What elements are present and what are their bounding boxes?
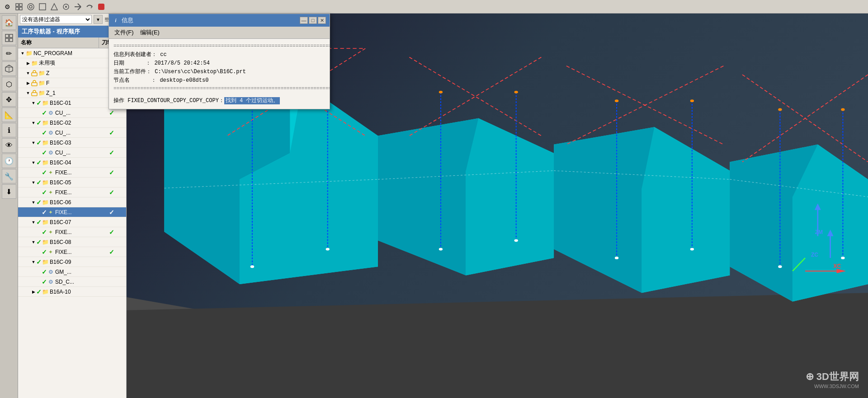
expand-B16C06[interactable]: ▼ (31, 200, 36, 205)
CU2-label: CU_... (54, 130, 98, 136)
left-sidebar: 🏠 ✏ ⬡ ✥ 📐 ℹ 👁 🕐 🔧 ⬇ (0, 14, 18, 398)
workpart-value: C:\Users\cc\Desktop\B16C.prt (155, 69, 246, 75)
block2-front (466, 118, 554, 276)
sidebar-btn-info[interactable]: ℹ (2, 123, 16, 137)
dialog-close-btn[interactable]: ✕ (318, 17, 326, 24)
expand-B16C02[interactable]: ▼ (31, 120, 36, 126)
toolbar-icon-8[interactable] (84, 1, 95, 12)
XC-label: XC (833, 263, 841, 269)
cut-dot-1 (250, 265, 254, 268)
tree-item-B16C05[interactable]: ▼ ✓ 📁 B16C-05 (18, 178, 126, 187)
check-B16C09: ✓ (36, 258, 42, 266)
check-B16C05: ✓ (36, 179, 42, 186)
check-B16C04: ✓ (36, 159, 42, 166)
FIXE2-op-icon: ✦ (47, 189, 54, 196)
expand-B16C08[interactable]: ▼ (31, 239, 36, 245)
toolbar-icon-5[interactable] (49, 1, 60, 12)
filter-dropdown-btn[interactable]: ▼ (94, 15, 103, 24)
tree-item-B16C03[interactable]: ▼ ✓ 📁 B16C-03 (18, 138, 126, 148)
sidebar-btn-nav[interactable] (2, 31, 16, 45)
sidebar-btn-home[interactable]: 🏠 (2, 15, 16, 30)
tree-item-FIXE5[interactable]: ✓ ✦ FIXE... ✓ (18, 247, 126, 257)
toolbar-icon-1[interactable]: ⚙ (2, 1, 13, 12)
expand-unused[interactable]: ▶ (25, 61, 31, 66)
tree-item-SDC1[interactable]: ✓ ⚙ SD_C... (18, 277, 126, 287)
tree-item-CU3[interactable]: ✓ ⚙ CU_... ✓ (18, 148, 126, 158)
creator-line: 信息列表创建者： cc (113, 51, 325, 59)
block3-front (642, 127, 730, 293)
check2-CU1: ✓ (98, 109, 125, 117)
dialog-minimize-btn[interactable]: — (300, 17, 308, 24)
CU3-label: CU_... (54, 150, 98, 156)
watermark: ⊕ 3D世界网 WWW.3DSJW.COM (806, 370, 859, 389)
expand-B16C01[interactable]: ▼ (31, 100, 36, 106)
operation-line: 操作 FIXED_CONTOUR_COPY_COPY_COPY：找到 4 个过切… (113, 97, 325, 105)
dialog-info-icon: i (113, 17, 119, 23)
toolbar-icon-6[interactable] (61, 1, 71, 12)
dialog-menu-file[interactable]: 文件(F) (112, 28, 137, 37)
expand-B16C07[interactable]: ▼ (31, 220, 36, 225)
tree-item-B16C08[interactable]: ▼ ✓ 📁 B16C-08 (18, 237, 126, 247)
check-B16C02: ✓ (36, 119, 42, 126)
expand-B16C03[interactable]: ▼ (31, 140, 36, 145)
block2-left (378, 118, 478, 276)
dialog-titlebar: i 信息 — □ ✕ (109, 14, 330, 27)
expand-Z1[interactable]: ▼ (25, 90, 31, 96)
sidebar-btn-view[interactable]: 👁 (2, 138, 16, 153)
expand-root[interactable]: ▼ (20, 51, 25, 56)
tree-item-B16A10[interactable]: ▶ ✓ 📁 B16A-10 (18, 287, 126, 297)
svg-rect-19 (9, 38, 13, 42)
toolbar-icon-9[interactable] (96, 1, 107, 12)
tree-item-GM1[interactable]: ✓ ⚙ GM_... (18, 267, 126, 277)
expand-B16C05[interactable]: ▼ (31, 180, 36, 185)
workpart-line: 当前工作部件： C:\Users\cc\Desktop\B16C.prt (113, 68, 325, 76)
tree-item-B16C04[interactable]: ▼ ✓ 📁 B16C-04 (18, 158, 126, 168)
toolbar-icon-2[interactable] (14, 1, 24, 12)
toolbar-icon-7[interactable] (72, 1, 83, 12)
expand-B16A10[interactable]: ▶ (31, 289, 36, 295)
sidebar-btn-bottom[interactable]: ⬇ (2, 184, 16, 199)
check2-CU2: ✓ (98, 129, 125, 136)
filter-select[interactable]: 没有选择过滤器 (20, 15, 92, 24)
sidebar-btn-3d[interactable] (2, 61, 16, 76)
svg-point-5 (29, 5, 32, 8)
tree-item-FIXE3[interactable]: ✓ ✦ FIXE... ✓ (18, 207, 126, 217)
expand-B16C09[interactable]: ▼ (31, 259, 36, 265)
ZC-label: ZC (811, 252, 818, 258)
tree-item-CU1[interactable]: ✓ ⚙ CU_... ✓ (18, 108, 126, 118)
sidebar-btn-clock[interactable]: 🕐 (2, 154, 16, 168)
tree-item-FIXE4[interactable]: ✓ ✦ FIXE... ✓ (18, 227, 126, 237)
cut-dot-4 (514, 239, 518, 242)
check2-CU3: ✓ (98, 149, 125, 156)
tree-item-B16C07[interactable]: ▼ ✓ 📁 B16C-07 (18, 217, 126, 227)
tree-item-B16C06[interactable]: ▼ ✓ 📁 B16C-06 (18, 197, 126, 207)
dialog-menu-edit[interactable]: 编辑(E) (137, 28, 162, 37)
expand-Z[interactable]: ▼ (25, 70, 31, 76)
B16C04-folder-icon: 📁 (42, 159, 49, 166)
dialog-maximize-btn[interactable]: □ (309, 17, 317, 24)
tree-item-FIXE2[interactable]: ✓ ✦ FIXE... ✓ (18, 187, 126, 197)
svg-rect-1 (19, 4, 22, 6)
F-folder-icon: 📁 (38, 80, 45, 87)
expand-B16C04[interactable]: ▼ (31, 160, 36, 165)
unused-label: 未用项 (38, 59, 98, 67)
tree-item-B16C02[interactable]: ▼ ✓ 📁 B16C-02 (18, 118, 126, 128)
watermark-url: WWW.3DSJW.COM (806, 384, 859, 389)
sidebar-btn-measure[interactable]: 📐 (2, 108, 16, 122)
tree-item-CU2[interactable]: ✓ ⚙ CU_... ✓ (18, 128, 126, 138)
CU1-op-icon: ⚙ (47, 109, 54, 117)
sidebar-btn-edit[interactable]: ✏ (2, 46, 16, 61)
sidebar-btn-tool[interactable]: 🔧 (2, 169, 16, 183)
check-B16C03: ✓ (36, 139, 42, 146)
dialog-menubar: 文件(F) 编辑(E) (109, 27, 330, 39)
creator-value: cc (160, 52, 166, 58)
expand-F[interactable]: ▶ (25, 80, 31, 86)
B16C02-folder-icon: 📁 (42, 119, 49, 126)
toolbar-icon-3[interactable] (25, 1, 36, 12)
sidebar-btn-move[interactable]: ✥ (2, 92, 16, 107)
toolbar-icon-4[interactable] (37, 1, 48, 12)
tree-item-FIXE1[interactable]: ✓ ✦ FIXE... ✓ (18, 168, 126, 178)
svg-marker-7 (51, 4, 57, 10)
sidebar-btn-shape[interactable]: ⬡ (2, 77, 16, 91)
tree-item-B16C09[interactable]: ▼ ✓ 📁 B16C-09 (18, 257, 126, 267)
